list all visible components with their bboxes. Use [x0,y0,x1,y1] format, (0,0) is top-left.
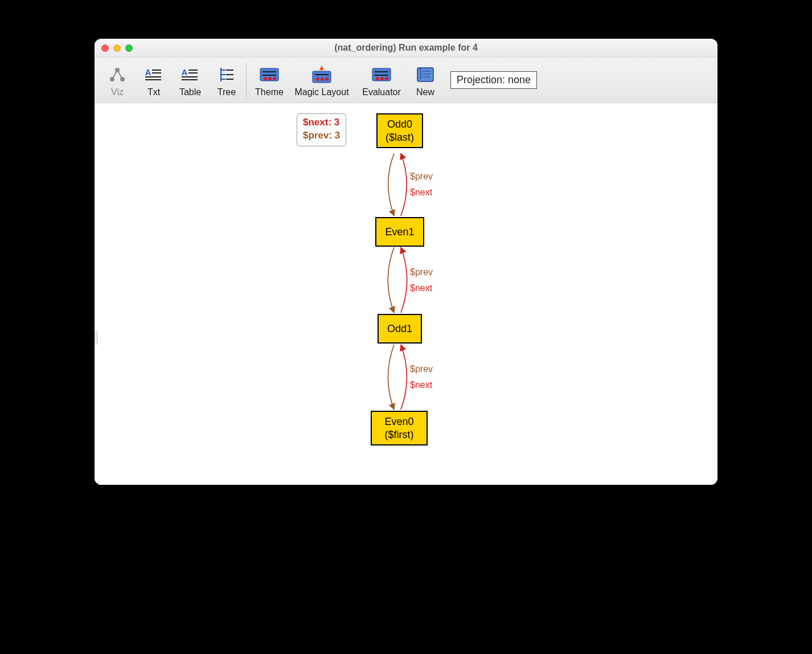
projection-label: Projection: none [457,74,531,85]
side-split-handle[interactable] [95,331,98,345]
svg-point-33 [325,77,329,81]
toolbar: Viz A Txt A [95,58,717,103]
svg-line-3 [112,70,117,79]
viz-button[interactable]: Viz [99,60,136,101]
scroll-icon [413,63,438,86]
toolbar-group-layout: Theme Magic Layout [251,58,537,103]
graph-node-even1[interactable]: Even1 [375,217,424,247]
edge-label-prev: $prev [410,267,433,277]
graph-node-odd1[interactable]: Odd1 [378,314,422,344]
new-button[interactable]: New [407,60,444,101]
toolbar-group-view: Viz A Txt A [99,58,245,103]
svg-point-27 [273,77,276,80]
edge-label-next: $next [410,380,432,390]
edge-label-next: $next [410,187,432,198]
tree-label: Tree [218,87,236,97]
table-button[interactable]: A Table [172,60,208,101]
svg-point-38 [380,77,384,80]
evaluator-button[interactable]: Evaluator [356,60,407,101]
new-label: New [416,87,434,97]
table-label: Table [179,87,201,97]
edge-label-prev: $prev [410,171,433,182]
node-subtitle: ($first) [385,428,414,442]
table-icon: A [178,63,203,86]
magic-layout-icon [309,63,334,86]
app-window: (nat_ordering) Run example for 4 Viz [95,39,717,485]
svg-rect-29 [313,71,331,83]
tree-button[interactable]: Tree [208,60,245,101]
svg-point-25 [264,77,267,80]
theme-icon [257,63,282,86]
magic-layout-label: Magic Layout [294,87,348,97]
toolbar-separator-1 [246,63,247,98]
node-title: Odd0 [387,118,412,131]
info-box: $next: 3 $prev: 3 [297,113,346,146]
svg-text:A: A [182,68,187,77]
magic-layout-button[interactable]: Magic Layout [288,60,356,101]
svg-point-37 [376,77,379,80]
info-prev: $prev: 3 [303,129,340,142]
svg-point-32 [321,77,324,81]
edge-label-prev: $prev [410,364,433,374]
theme-button[interactable]: Theme [251,60,288,101]
theme-label: Theme [255,87,284,97]
projection-select[interactable]: Projection: none [450,71,537,89]
minimize-button[interactable] [113,44,121,52]
info-next: $next: 3 [303,116,340,129]
graph-node-odd0[interactable]: Odd0 ($last) [376,113,423,148]
traffic-lights [101,44,133,52]
viz-label: Viz [111,87,124,97]
maximize-button[interactable] [125,44,133,52]
node-title: Even0 [384,415,413,428]
svg-line-4 [117,70,122,79]
close-button[interactable] [101,44,109,52]
titlebar: (nat_ordering) Run example for 4 [95,39,717,58]
graph-node-even0[interactable]: Even0 ($first) [371,411,428,445]
txt-icon: A [141,63,166,86]
txt-label: Txt [147,87,160,97]
svg-marker-28 [319,66,324,70]
svg-point-39 [385,77,388,80]
evaluator-label: Evaluator [362,87,401,97]
window-title: (nat_ordering) Run example for 4 [95,43,717,53]
svg-point-31 [316,77,319,81]
svg-text:A: A [145,68,151,77]
tree-icon [214,63,239,86]
svg-point-26 [268,77,272,80]
node-subtitle: ($last) [386,131,414,144]
node-title: Odd1 [387,322,412,336]
graph-canvas[interactable]: $next: 3 $prev: 3 Odd0 [95,103,717,485]
node-title: Even1 [385,226,414,239]
edge-label-next: $next [410,283,432,293]
evaluator-icon [369,63,394,86]
txt-button[interactable]: A Txt [136,60,172,101]
viz-icon [105,63,130,86]
